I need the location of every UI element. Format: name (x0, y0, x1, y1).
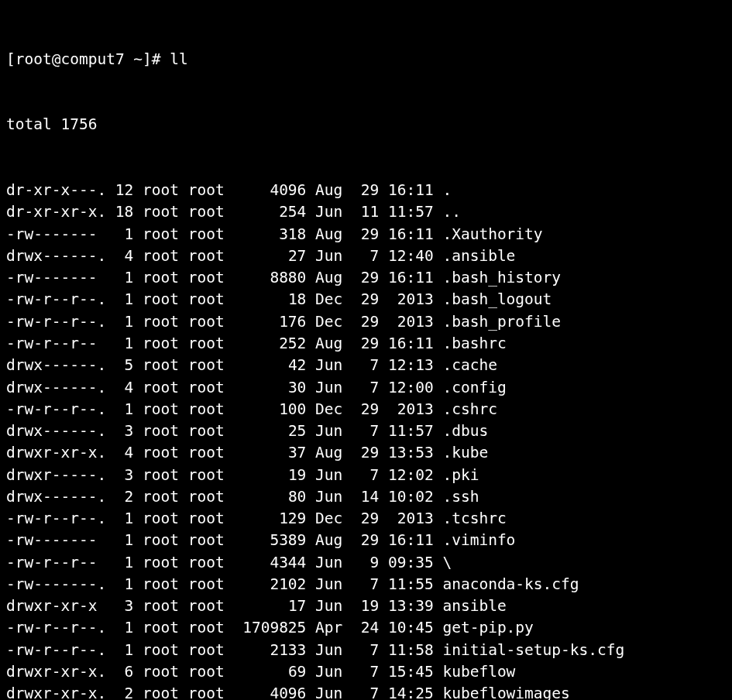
file-owner: root (143, 574, 188, 595)
file-day: 9 (352, 552, 379, 574)
file-permissions: -rw-r--r--. (6, 617, 106, 639)
file-day: 29 (352, 267, 379, 289)
file-links: 1 (106, 224, 133, 245)
file-owner: root (143, 486, 188, 508)
file-day: 7 (352, 465, 379, 486)
file-row: drwx------.3rootroot25Jun711:57.dbus (6, 420, 726, 442)
file-name: .dbus (442, 420, 488, 442)
file-day: 7 (352, 661, 379, 683)
file-size: 18 (233, 289, 306, 311)
file-group: root (188, 333, 234, 355)
file-row: -rw-r--r--.1rootroot176Dec292013.bash_pr… (6, 311, 726, 333)
file-time: 15:45 (379, 661, 433, 683)
file-month: Dec (315, 508, 352, 530)
file-permissions: drwx------. (6, 420, 106, 442)
file-size: 69 (233, 661, 306, 683)
file-row: -rw-r--r--.1rootroot18Dec292013.bash_log… (6, 289, 726, 311)
file-time: 12:13 (379, 355, 433, 376)
file-links: 1 (106, 508, 133, 530)
file-month: Jun (315, 640, 352, 661)
file-month: Apr (315, 617, 352, 639)
file-day: 24 (352, 617, 379, 639)
file-row: -rw-r--r--.1rootroot1709825Apr2410:45get… (6, 617, 726, 639)
file-owner: root (143, 661, 188, 683)
file-owner: root (143, 201, 188, 223)
file-links: 12 (106, 180, 133, 201)
file-time: 13:39 (379, 595, 433, 617)
file-size: 254 (233, 201, 306, 223)
file-row: -rw-------1rootroot5389Aug2916:11.viminf… (6, 530, 726, 551)
file-row: drwxr-xr-x3rootroot17Jun1913:39ansible (6, 595, 726, 617)
file-owner: root (143, 267, 188, 289)
prompt-line: [root@comput7 ~]# ll (6, 49, 726, 70)
file-time: 12:00 (379, 377, 433, 399)
file-size: 2133 (233, 640, 306, 661)
file-month: Jun (315, 661, 352, 683)
file-time: 12:02 (379, 465, 433, 486)
file-row: -rw-r--r--1rootroot4344Jun909:35\ (6, 552, 726, 574)
file-owner: root (143, 377, 188, 399)
file-name: .cshrc (442, 399, 497, 420)
file-links: 1 (106, 399, 133, 420)
file-group: root (188, 508, 234, 530)
file-permissions: -rw-r--r--. (6, 289, 106, 311)
file-day: 11 (352, 201, 379, 223)
file-month: Dec (315, 399, 352, 420)
file-name: .ssh (442, 486, 479, 508)
file-month: Jun (315, 377, 352, 399)
file-owner: root (143, 465, 188, 486)
file-group: root (188, 399, 234, 420)
file-size: 17 (233, 595, 306, 617)
file-name: initial-setup-ks.cfg (442, 640, 624, 661)
file-owner: root (143, 355, 188, 376)
file-size: 42 (233, 355, 306, 376)
file-size: 318 (233, 224, 306, 245)
file-links: 6 (106, 661, 133, 683)
file-row: -rw-r--r--.1rootroot129Dec292013.tcshrc (6, 508, 726, 530)
file-size: 5389 (233, 530, 306, 551)
file-name: .. (442, 201, 460, 223)
file-name: .bashrc (442, 333, 506, 355)
terminal-window[interactable]: [root@comput7 ~]# ll total 1756 dr-xr-x-… (0, 0, 732, 700)
file-time: 11:55 (379, 574, 433, 595)
file-permissions: drwx------. (6, 355, 106, 376)
file-size: 27 (233, 245, 306, 267)
file-row: -rw-r--r--1rootroot252Aug2916:11.bashrc (6, 333, 726, 355)
file-owner: root (143, 617, 188, 639)
file-name: .viminfo (442, 530, 515, 551)
file-group: root (188, 661, 234, 683)
file-size: 176 (233, 311, 306, 333)
file-row: -rw-r--r--.1rootroot2133Jun711:58initial… (6, 640, 726, 661)
file-links: 1 (106, 640, 133, 661)
file-row: drwx------.5rootroot42Jun712:13.cache (6, 355, 726, 376)
typed-command: ll (170, 50, 187, 68)
file-month: Dec (315, 289, 352, 311)
file-day: 29 (352, 530, 379, 551)
file-owner: root (143, 224, 188, 245)
file-permissions: dr-xr-xr-x. (6, 201, 106, 223)
file-row: dr-xr-xr-x.18rootroot254Jun1111:57.. (6, 201, 726, 223)
file-group: root (188, 420, 234, 442)
file-time: 2013 (379, 508, 433, 530)
file-size: 252 (233, 333, 306, 355)
file-permissions: -rw-r--r--. (6, 399, 106, 420)
file-day: 7 (352, 640, 379, 661)
file-day: 29 (352, 508, 379, 530)
file-time: 12:40 (379, 245, 433, 267)
file-size: 2102 (233, 574, 306, 595)
ls-total-line: total 1756 (6, 114, 726, 136)
file-row: drwx------.4rootroot27Jun712:40.ansible (6, 245, 726, 267)
file-permissions: -rw-r--r-- (6, 333, 106, 355)
file-day: 7 (352, 683, 379, 700)
file-group: root (188, 245, 234, 267)
file-name: kubeflowimages (442, 683, 569, 700)
file-name: .Xauthority (442, 224, 542, 245)
file-row: dr-xr-x---.12rootroot4096Aug2916:11. (6, 180, 726, 201)
file-day: 7 (352, 574, 379, 595)
file-owner: root (143, 442, 188, 464)
file-permissions: drwx------. (6, 245, 106, 267)
file-name: .tcshrc (442, 508, 506, 530)
file-links: 2 (106, 683, 133, 700)
file-permissions: -rw------- (6, 530, 106, 551)
file-size: 100 (233, 399, 306, 420)
